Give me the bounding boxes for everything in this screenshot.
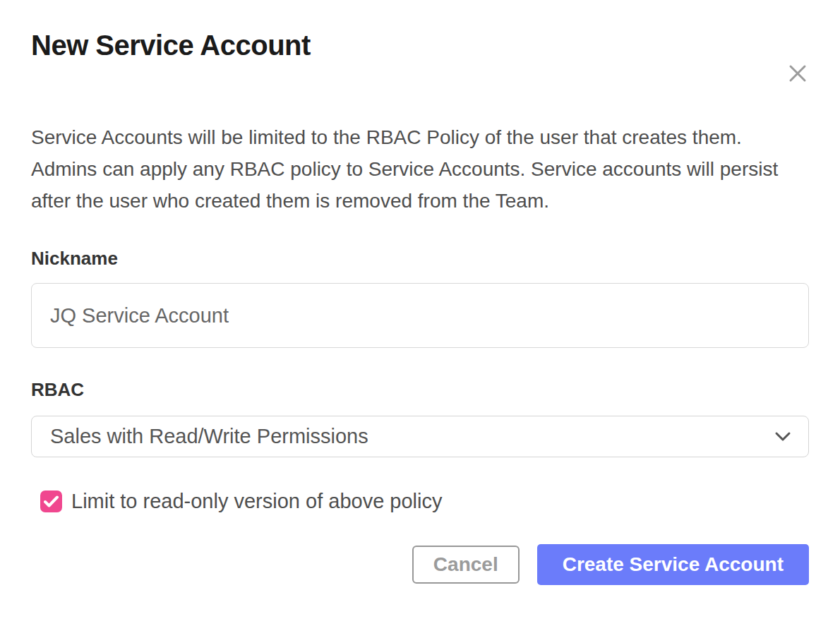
rbac-selected-value: Sales with Read/Write Permissions	[50, 425, 368, 448]
rbac-label: RBAC	[31, 379, 809, 400]
close-icon	[787, 63, 808, 84]
readonly-checkbox[interactable]	[40, 490, 62, 512]
cancel-button[interactable]: Cancel	[412, 546, 520, 584]
modal-footer: Cancel Create Service Account	[31, 544, 809, 585]
nickname-label: Nickname	[31, 248, 809, 269]
readonly-checkbox-row: Limit to read-only version of above poli…	[40, 490, 809, 513]
checkmark-icon	[44, 495, 59, 507]
readonly-checkbox-label[interactable]: Limit to read-only version of above poli…	[71, 490, 442, 513]
modal-description: Service Accounts will be limited to the …	[31, 121, 809, 217]
create-service-account-button[interactable]: Create Service Account	[537, 544, 809, 585]
chevron-down-icon	[774, 431, 791, 442]
page-title: New Service Account	[31, 28, 809, 62]
new-service-account-modal: New Service Account Service Accounts wil…	[0, 28, 840, 638]
close-button[interactable]	[786, 62, 809, 85]
nickname-input[interactable]	[31, 283, 809, 348]
rbac-select[interactable]: Sales with Read/Write Permissions	[31, 416, 809, 457]
